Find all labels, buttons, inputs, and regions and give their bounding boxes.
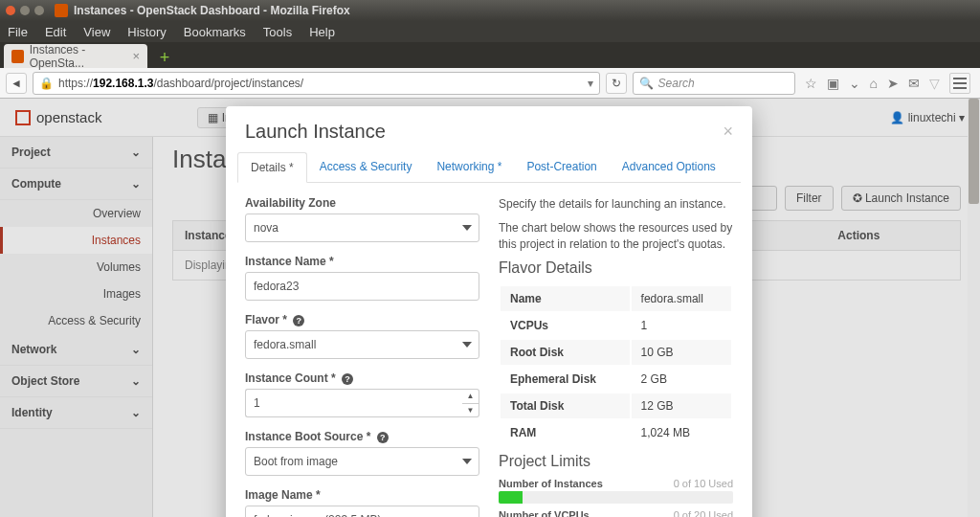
search-bar[interactable]: 🔍 Search: [633, 72, 795, 95]
search-placeholder: Search: [658, 77, 695, 90]
window-close-icon[interactable]: [6, 6, 15, 15]
label-instance-name: Instance Name *: [245, 255, 479, 268]
browser-tab[interactable]: Instances - OpenSta... ×: [4, 44, 147, 68]
flavor-details-table: Namefedora.small VCPUs1 Root Disk10 GB E…: [499, 284, 733, 447]
window-maximize-icon[interactable]: [34, 6, 44, 15]
availability-zone-select[interactable]: nova: [245, 214, 479, 242]
window-minimize-icon[interactable]: [20, 6, 30, 15]
browser-navbar: ◄ 🔒 https://192.168.1.3/dashboard/projec…: [0, 68, 980, 99]
app-menubar: File Edit View History Bookmarks Tools H…: [0, 21, 980, 42]
menu-file[interactable]: File: [8, 25, 28, 39]
modal-tabs: Details * Access & Security Networking *…: [237, 152, 741, 183]
label-instance-count: Instance Count * ?: [245, 371, 479, 385]
chat-icon[interactable]: ✉: [908, 76, 920, 91]
home-icon[interactable]: ⌂: [870, 76, 878, 91]
window-titlebar: Instances - OpenStack Dashboard - Mozill…: [0, 0, 980, 21]
tab-networking[interactable]: Networking *: [424, 152, 514, 182]
limit-instances-bar: [499, 491, 733, 504]
modal-title: Launch Instance: [245, 121, 386, 143]
lock-icon: 🔒: [39, 77, 54, 90]
help-icon[interactable]: ?: [293, 315, 304, 326]
image-name-select[interactable]: fedora-image (223.5 MB): [245, 506, 479, 517]
reload-button[interactable]: ↻: [606, 73, 627, 94]
menu-history[interactable]: History: [127, 25, 166, 39]
label-availability-zone: Availability Zone: [245, 196, 479, 210]
instance-name-input[interactable]: [245, 272, 479, 301]
url-scheme: https://: [58, 77, 93, 90]
instance-count-input[interactable]: [245, 389, 462, 417]
menu-help[interactable]: Help: [309, 25, 335, 39]
url-dropdown-icon[interactable]: ▾: [588, 77, 593, 90]
modal-close-button[interactable]: ×: [723, 122, 733, 142]
spinner-buttons[interactable]: ▲▼: [462, 389, 479, 417]
back-button[interactable]: ◄: [6, 73, 27, 94]
url-path: /dashboard/project/instances/: [153, 77, 303, 90]
url-bar[interactable]: 🔒 https://192.168.1.3/dashboard/project/…: [33, 72, 600, 95]
limit-instances-label: Number of Instances: [499, 478, 603, 489]
search-icon: 🔍: [639, 77, 654, 90]
pocket-icon[interactable]: ⌄: [849, 76, 860, 91]
modal-description-2: The chart below shows the resources used…: [499, 220, 733, 253]
page-content: openstack ▦ Innovation ▾ 👤 linuxtechi ▾ …: [0, 99, 980, 517]
label-image-name: Image Name *: [245, 488, 479, 502]
flavor-details-heading: Flavor Details: [499, 259, 733, 277]
hamburger-menu-button[interactable]: [949, 73, 970, 94]
new-tab-button[interactable]: +: [153, 49, 176, 68]
tab-close-icon[interactable]: ×: [132, 49, 140, 63]
modal-description-1: Specify the details for launching an ins…: [499, 196, 733, 213]
flavor-select[interactable]: fedora.small: [245, 330, 479, 359]
send-icon[interactable]: ➤: [887, 76, 899, 91]
tab-advanced-options[interactable]: Advanced Options: [610, 152, 728, 182]
help-icon[interactable]: ?: [377, 432, 389, 443]
help-icon[interactable]: ?: [342, 373, 353, 385]
window-title: Instances - OpenStack Dashboard - Mozill…: [74, 4, 350, 17]
launch-instance-modal: Launch Instance × Details * Access & Sec…: [226, 106, 752, 517]
tab-details[interactable]: Details *: [237, 152, 307, 183]
firefox-icon: [55, 4, 68, 17]
tab-title: Instances - OpenSta...: [30, 43, 133, 70]
label-flavor: Flavor * ?: [245, 313, 479, 326]
boot-source-select[interactable]: Boot from image: [245, 447, 479, 476]
limit-vcpus-used: 0 of 20 Used: [674, 509, 733, 517]
star-icon[interactable]: ☆: [805, 76, 817, 91]
project-limits-heading: Project Limits: [499, 453, 733, 470]
tab-access-security[interactable]: Access & Security: [307, 152, 425, 182]
menu-edit[interactable]: Edit: [45, 25, 66, 39]
limit-vcpus-label: Number of VCPUs: [499, 509, 590, 517]
chevron-down-icon[interactable]: ▼: [462, 404, 479, 417]
clipboard-icon[interactable]: ▣: [827, 76, 839, 91]
label-boot-source: Instance Boot Source * ?: [245, 430, 479, 443]
tab-favicon-icon: [11, 50, 24, 63]
limit-instances-used: 0 of 10 Used: [674, 478, 733, 489]
browser-tabbar: Instances - OpenSta... × +: [0, 42, 980, 68]
menu-view[interactable]: View: [83, 25, 110, 39]
menu-bookmarks[interactable]: Bookmarks: [184, 25, 246, 39]
chevron-up-icon[interactable]: ▲: [462, 390, 479, 404]
menu-tools[interactable]: Tools: [263, 25, 292, 39]
url-host: 192.168.1.3: [93, 77, 153, 90]
page-scrollbar[interactable]: [968, 99, 980, 517]
tab-post-creation[interactable]: Post-Creation: [514, 152, 609, 182]
shield-icon[interactable]: ▽: [929, 76, 940, 91]
